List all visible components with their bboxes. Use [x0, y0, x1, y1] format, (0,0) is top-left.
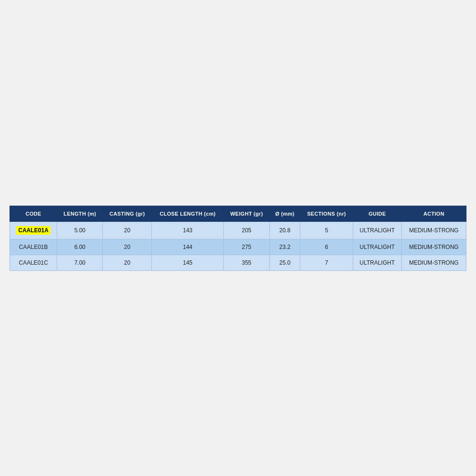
col-header-code: CODE [10, 206, 57, 221]
cell-casting-2: 20 [103, 239, 152, 255]
table-row: CAALE01A 5.00 20 143 205 20.8 5 ULTRALIG… [10, 221, 466, 239]
col-header-casting: CASTING (gr) [103, 206, 152, 221]
cell-length-2: 6.00 [57, 239, 103, 255]
col-header-guide: GUIDE [353, 206, 401, 221]
col-header-length: LENGTH (m) [57, 206, 103, 221]
page-wrapper: CODE LENGTH (m) CASTING (gr) CLOSE LENGT… [0, 0, 476, 476]
col-header-sections: SECTIONS (nr) [300, 206, 353, 221]
cell-diameter-3: 25.0 [269, 255, 300, 270]
table-row: CAALE01B 6.00 20 144 275 23.2 6 ULTRALIG… [10, 239, 466, 255]
cell-close-length-1: 143 [152, 221, 224, 239]
cell-guide-1: ULTRALIGHT [353, 221, 401, 239]
cell-weight-3: 355 [224, 255, 269, 270]
cell-casting-1: 20 [103, 221, 152, 239]
cell-close-length-3: 145 [152, 255, 224, 270]
col-header-close-length: CLOSE LENGTH (cm) [152, 206, 224, 221]
col-header-diameter: Ø (mm) [269, 206, 300, 221]
cell-sections-3: 7 [300, 255, 353, 270]
cell-action-3: MEDIUM-STRONG [401, 255, 466, 270]
cell-code-3: CAALE01C [10, 255, 57, 270]
cell-guide-3: ULTRALIGHT [353, 255, 401, 270]
table-container: CODE LENGTH (m) CASTING (gr) CLOSE LENGT… [10, 206, 466, 271]
col-header-weight: WEIGHT (gr) [224, 206, 269, 221]
specs-table: CODE LENGTH (m) CASTING (gr) CLOSE LENGT… [10, 206, 466, 271]
cell-casting-3: 20 [103, 255, 152, 270]
cell-sections-2: 6 [300, 239, 353, 255]
cell-code-2: CAALE01B [10, 239, 57, 255]
cell-action-1: MEDIUM-STRONG [401, 221, 466, 239]
cell-guide-2: ULTRALIGHT [353, 239, 401, 255]
cell-length-1: 5.00 [57, 221, 103, 239]
col-header-action: ACTION [401, 206, 466, 221]
cell-action-2: MEDIUM-STRONG [401, 239, 466, 255]
cell-weight-2: 275 [224, 239, 269, 255]
cell-length-3: 7.00 [57, 255, 103, 270]
cell-diameter-2: 23.2 [269, 239, 300, 255]
table-row: CAALE01C 7.00 20 145 355 25.0 7 ULTRALIG… [10, 255, 466, 270]
cell-diameter-1: 20.8 [269, 221, 300, 239]
cell-code-1: CAALE01A [10, 221, 57, 239]
cell-weight-1: 205 [224, 221, 269, 239]
cell-close-length-2: 144 [152, 239, 224, 255]
cell-sections-1: 5 [300, 221, 353, 239]
table-header-row: CODE LENGTH (m) CASTING (gr) CLOSE LENGT… [10, 206, 466, 221]
code-highlight-badge: CAALE01A [16, 226, 50, 235]
